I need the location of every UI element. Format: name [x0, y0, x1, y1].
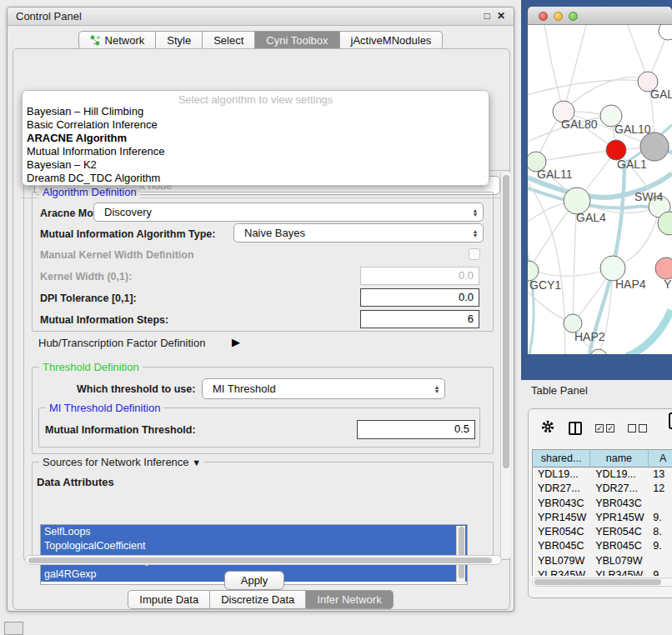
close-traffic-light[interactable] [539, 12, 548, 21]
table-cell[interactable]: YDL19... [533, 468, 590, 482]
network-node[interactable] [640, 132, 669, 161]
tab-style[interactable]: Style [156, 31, 203, 50]
collapsed-panel-widget[interactable] [4, 622, 23, 635]
table-row[interactable]: YBL079WYBL079W [533, 554, 672, 568]
table-cell[interactable]: YDR27... [590, 482, 648, 496]
network-node[interactable] [659, 25, 672, 40]
node-label: GAL4 [576, 211, 606, 224]
table-cell[interactable]: 9. [648, 511, 672, 525]
network-window-titlebar[interactable] [528, 7, 672, 25]
table-cell[interactable]: YDR27... [533, 482, 590, 496]
table-cell[interactable]: YER054C [590, 525, 648, 539]
apply-button[interactable]: Apply [224, 571, 284, 590]
table-row[interactable]: YBR043CYBR043C [533, 497, 672, 511]
table-cell[interactable] [648, 497, 672, 511]
algorithm-option[interactable]: Basic Correlation Inference [23, 118, 489, 132]
data-attributes-label: Data Attributes [37, 476, 114, 488]
scrollbar-thumb[interactable] [28, 558, 492, 563]
table-cell[interactable]: YPR145W [533, 511, 590, 525]
stepper-icon: ▲▼ [468, 229, 483, 238]
network-canvas[interactable]: GALGAL80GAL10GAL1GAL11GAL4SWI4GCY1HAP4YH… [528, 25, 672, 354]
table-cell[interactable]: 13 [648, 468, 672, 482]
hub-section-label[interactable]: Hub/Transcription Factor Definition [38, 337, 205, 349]
threshold-definition-title: Threshold Definition [39, 361, 143, 373]
tab-select[interactable]: Select [203, 31, 255, 50]
table-cell[interactable]: 9. [648, 568, 672, 576]
table-cell[interactable]: YER054C [533, 525, 590, 539]
table-cell[interactable]: YBR045C [590, 539, 648, 553]
node-label: GAL10 [614, 122, 651, 136]
table-row[interactable]: YDR27...YDR27...12 [533, 482, 672, 496]
table-row[interactable]: YER054CYER054C8. [533, 525, 672, 539]
bottom-tab-infer-network[interactable]: Infer Network [306, 590, 393, 609]
scrollbar-thumb[interactable] [503, 175, 509, 468]
table-row[interactable]: YBR045CYBR045C9. [533, 539, 672, 553]
mi-steps-field[interactable]: 6 [360, 310, 479, 328]
table-row[interactable]: YPR145WYPR145W9. [533, 511, 672, 525]
unchecked-pair-icon[interactable] [628, 424, 647, 432]
tab-jactivemnodules[interactable]: jActiveMNodules [340, 31, 444, 50]
column-header-3[interactable]: A [649, 450, 672, 468]
gear-icon[interactable] [540, 419, 555, 438]
zoom-traffic-light[interactable] [569, 12, 578, 21]
table-cell[interactable]: 12 [648, 482, 672, 496]
table-cell[interactable]: YLR345W [533, 568, 590, 576]
attribute-item[interactable]: TopologicalCoefficient [41, 539, 467, 553]
bottom-tab-impute-data[interactable]: Impute Data [128, 590, 210, 609]
file-icon[interactable] [669, 412, 672, 429]
control-panel-title: Control Panel [16, 10, 82, 22]
stepper-icon: ▲▼ [468, 208, 483, 217]
minimize-traffic-light[interactable] [554, 12, 563, 21]
algorithm-option[interactable]: Bayesian – Hill Climbing [23, 105, 489, 118]
settings-horizontal-scrollbar[interactable] [25, 555, 502, 565]
column-header-2[interactable]: name [590, 450, 648, 468]
algorithm-list: Bayesian – Hill ClimbingBasic Correlatio… [23, 105, 489, 185]
table-cell[interactable] [648, 554, 672, 568]
column-header-1[interactable]: shared... [533, 450, 590, 468]
mi-threshold-label: Mutual Information Threshold: [45, 424, 196, 436]
table-cell[interactable]: YDL19... [590, 468, 648, 482]
checked-pair-icon[interactable]: ✓✓ [595, 424, 614, 432]
kernel-width-field[interactable]: 0.0 [360, 267, 479, 285]
scrollbar-thumb[interactable] [459, 527, 464, 578]
table-cell[interactable]: 9. [648, 539, 672, 553]
node-table: shared...nameA YDL19...YDL19...13YDR27..… [532, 449, 672, 576]
manual-kernel-checkbox[interactable] [469, 248, 480, 260]
which-threshold-combo[interactable]: MI Threshold ▲▼ [202, 378, 445, 399]
mi-threshold-field[interactable]: 0.5 [357, 420, 475, 439]
algorithm-option[interactable]: Dream8 DC_TDC Algorithm [23, 172, 489, 185]
bottom-tab-discretize-data[interactable]: Discretize Data [210, 590, 306, 609]
table-row[interactable]: YLR345WYLR345W9. [533, 568, 672, 576]
tab-cyni-toolbox[interactable]: Cyni Toolbox [255, 31, 339, 50]
mi-type-combo[interactable]: Naive Bayes ▲▼ [233, 223, 484, 242]
table-cell[interactable]: YLR345W [590, 568, 648, 576]
aracne-mode-combo[interactable]: Discovery ▲▼ [93, 202, 484, 222]
node-label: HAP4 [615, 278, 646, 291]
columns-icon[interactable] [569, 422, 582, 435]
algorithm-option[interactable]: Mutual Information Inference [23, 145, 489, 158]
table-cell[interactable]: YBR045C [533, 539, 590, 553]
algorithm-option[interactable]: Bayesian – K2 [23, 158, 489, 172]
scrollbar-thumb[interactable] [534, 579, 661, 585]
algorithm-option[interactable]: ARACNE Algorithm [23, 132, 489, 145]
table-cell[interactable]: 8. [648, 525, 672, 539]
network-node-y[interactable] [655, 258, 672, 279]
collapse-arrow-icon[interactable]: ▶ [232, 336, 240, 348]
table-cell[interactable]: YBR043C [533, 497, 590, 511]
table-row[interactable]: YDL19...YDL19...13 [533, 468, 672, 482]
settings-vertical-scrollbar[interactable] [500, 172, 510, 558]
control-panel-titlebar[interactable]: Control Panel □ ✕ [8, 8, 514, 26]
attribute-item[interactable]: SelfLoops [41, 525, 467, 539]
control-panel-window: Control Panel □ ✕ NetworkStyleSelectCyni… [7, 7, 514, 612]
table-cell[interactable]: YBR043C [590, 497, 648, 511]
float-window-icon[interactable]: □ [484, 10, 490, 22]
close-panel-icon[interactable]: ✕ [497, 10, 505, 22]
table-cell[interactable]: YBL079W [590, 554, 648, 568]
table-horizontal-scrollbar[interactable] [532, 578, 672, 587]
network-node[interactable] [590, 349, 607, 354]
dpi-tolerance-field[interactable]: 0.0 [360, 288, 479, 307]
table-cell[interactable]: YBL079W [533, 554, 590, 568]
expand-arrow-icon[interactable]: ▼ [192, 458, 201, 468]
table-cell[interactable]: YPR145W [590, 511, 648, 525]
tab-network[interactable]: Network [78, 31, 157, 50]
